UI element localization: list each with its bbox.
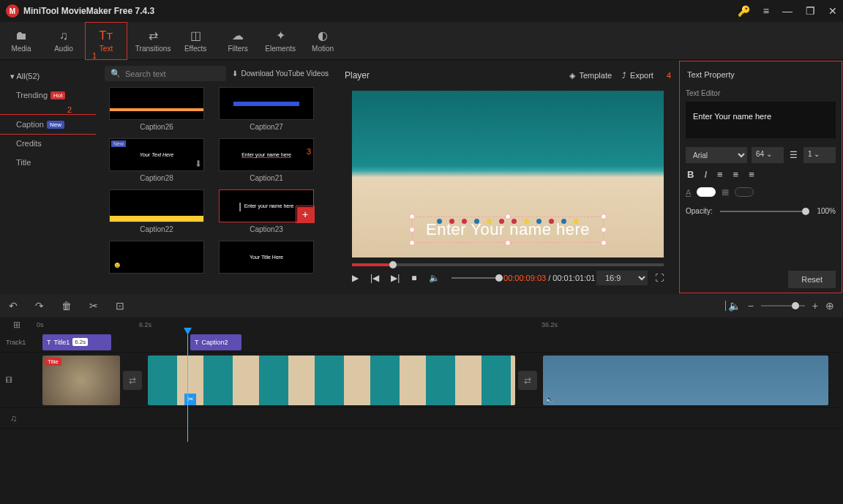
redo-button[interactable]: ↷: [35, 300, 44, 312]
elements-icon: ✦: [276, 29, 285, 42]
thumb-caption28[interactable]: NewYour Text Here⬇Caption28: [109, 138, 204, 182]
volume-button[interactable]: 🔈: [429, 273, 440, 283]
category-trending[interactable]: TrendingHot: [0, 86, 96, 105]
template-button[interactable]: ◈Template: [569, 71, 612, 80]
fullscreen-button[interactable]: ⛶: [655, 273, 664, 283]
video-clip-3[interactable]: 🔈: [543, 356, 828, 405]
stop-button[interactable]: ■: [411, 273, 416, 283]
caption-clip[interactable]: T Caption2: [190, 334, 241, 350]
volume-slider[interactable]: [452, 277, 503, 279]
video-clip-2[interactable]: ✂: [148, 356, 515, 405]
tool-media[interactable]: 🖿Media: [0, 22, 42, 60]
opacity-slider[interactable]: [720, 211, 810, 212]
thumb-caption23[interactable]: |Enter your name here + Caption23 3: [219, 189, 314, 233]
zoom-in-button[interactable]: +: [812, 300, 818, 312]
tool-text[interactable]: TᴛText: [85, 22, 127, 60]
title-clip[interactable]: T Title1 6.2s: [42, 334, 111, 350]
thumb-caption26[interactable]: Caption26: [109, 87, 204, 131]
bold-button[interactable]: B: [687, 169, 694, 180]
panel-title: Text Property: [686, 66, 836, 83]
mute-toggle[interactable]: ⏐🔈: [723, 300, 741, 312]
category-title[interactable]: Title: [0, 153, 96, 172]
video-clip-1[interactable]: Title: [42, 356, 120, 405]
align-left-button[interactable]: ≡: [717, 169, 723, 180]
transition-icon[interactable]: ⇄: [123, 371, 142, 390]
font-family-select[interactable]: Arial: [686, 147, 747, 163]
search-input[interactable]: 🔍Search text: [105, 66, 226, 81]
tool-transitions[interactable]: ⇄Transitions: [132, 22, 174, 60]
play-button[interactable]: ▶: [352, 273, 359, 283]
thumb-extra2[interactable]: Your Title Here: [219, 241, 314, 274]
add-caption-button[interactable]: +: [297, 207, 313, 222]
tool-motion[interactable]: ◐Motion: [301, 22, 344, 60]
align-right-button[interactable]: ≡: [749, 169, 754, 180]
label: Caption22: [140, 225, 173, 233]
label: Filters: [228, 45, 248, 53]
transition-icon[interactable]: ⇄: [518, 371, 537, 390]
text-input[interactable]: Enter Your name here: [686, 102, 836, 138]
player-scrubber[interactable]: [352, 263, 664, 266]
video-track-row[interactable]: 🎞 Title ⇄ ✂ ⇄ 🔈: [0, 353, 843, 408]
align-center-button[interactable]: ≡: [733, 169, 739, 180]
close-button[interactable]: ✕: [828, 5, 837, 17]
crop-button[interactable]: ⊡: [116, 300, 124, 312]
bg-color-swatch[interactable]: [735, 187, 754, 197]
app-title: MiniTool MovieMaker Free 7.4.3: [23, 6, 738, 16]
thumb-caption22[interactable]: Caption22: [109, 189, 204, 233]
video-track-icon: 🎞: [6, 377, 37, 384]
zoom-fit-button[interactable]: ⊕: [825, 300, 834, 312]
menu-icon[interactable]: ≡: [763, 5, 769, 17]
text-overlay-box[interactable]: Enter Your name here: [412, 217, 604, 243]
delete-button[interactable]: 🗑: [61, 300, 72, 312]
prev-frame-button[interactable]: |◀: [370, 273, 379, 283]
font-size-select[interactable]: 64 ⌄: [752, 147, 784, 163]
tool-audio[interactable]: ♫Audio: [42, 22, 85, 60]
zoom-out-button[interactable]: −: [748, 300, 754, 312]
title-track-row[interactable]: Track1 T Title1 6.2s T Caption2: [0, 332, 843, 353]
label: Motion: [312, 45, 334, 53]
overlay-text: Enter Your name here: [426, 220, 590, 238]
tool-elements[interactable]: ✦Elements: [259, 22, 301, 60]
text-property-panel: Text Property Text Editor Enter Your nam…: [678, 60, 843, 294]
music-icon: ♫: [59, 29, 68, 42]
timeline: ↶ ↷ 🗑 ✂ ⊡ ⏐🔈 − + ⊕ ⊞ 0s 6.2s 36.2s Track…: [0, 294, 843, 442]
aspect-select[interactable]: 16:9: [596, 271, 648, 285]
export-button[interactable]: ⤴Export: [622, 71, 653, 80]
thumb-caption27[interactable]: Caption27: [219, 87, 314, 131]
timeline-ruler[interactable]: ⊞ 0s 6.2s 36.2s: [0, 317, 843, 332]
video-preview[interactable]: Enter Your name here: [352, 91, 664, 257]
download-youtube-button[interactable]: ⬇Download YouTube Videos: [232, 69, 329, 78]
category-caption[interactable]: CaptionNew: [0, 115, 96, 134]
effects-icon: ◫: [190, 29, 201, 42]
minimize-button[interactable]: —: [782, 5, 793, 17]
text-categories-panel: ▾ All(52) TrendingHot 2 CaptionNew Credi…: [0, 60, 96, 294]
thumb-caption21[interactable]: Enter your name hereCaption21: [219, 138, 314, 182]
label: Caption27: [250, 123, 283, 131]
label: Title: [16, 158, 31, 167]
split-button[interactable]: ✂: [89, 300, 98, 312]
upgrade-key-icon[interactable]: 🔑: [738, 5, 750, 17]
italic-button[interactable]: I: [704, 169, 707, 180]
thumb-extra1[interactable]: ☻: [109, 241, 204, 274]
reset-button[interactable]: Reset: [788, 271, 836, 288]
category-all[interactable]: ▾ All(52): [0, 67, 96, 86]
label: Caption26: [140, 123, 173, 131]
audio-track-row[interactable]: ♫: [0, 408, 843, 429]
next-frame-button[interactable]: ▶|: [391, 273, 400, 283]
line-spacing-select[interactable]: 1 ⌄: [803, 147, 836, 163]
category-credits[interactable]: Credits: [0, 134, 96, 153]
opacity-label: Opacity:: [686, 207, 713, 215]
undo-button[interactable]: ↶: [9, 300, 18, 312]
text-color-swatch[interactable]: [697, 187, 716, 197]
maximize-button[interactable]: ❐: [806, 5, 815, 17]
motion-icon: ◐: [318, 29, 328, 42]
hot-badge: Hot: [50, 91, 65, 99]
placeholder: Search text: [125, 69, 166, 78]
add-track-button[interactable]: ⊞: [13, 320, 20, 330]
playhead[interactable]: [187, 332, 188, 442]
tool-effects[interactable]: ◫Effects: [174, 22, 217, 60]
zoom-slider[interactable]: [761, 305, 805, 306]
label: Transitions: [135, 45, 171, 53]
filters-icon: ☁: [232, 29, 244, 42]
tool-filters[interactable]: ☁Filters: [217, 22, 259, 60]
